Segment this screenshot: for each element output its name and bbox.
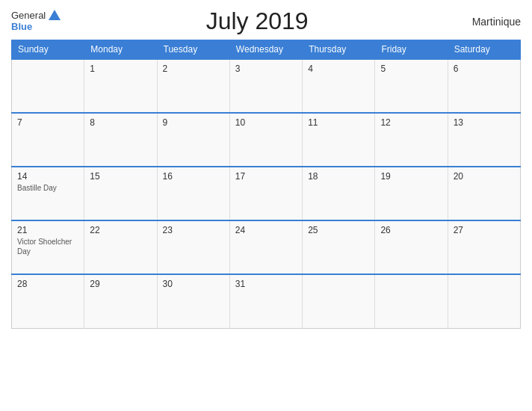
- calendar-cell: [448, 274, 520, 328]
- calendar-cell: 19: [375, 167, 448, 220]
- day-number: 23: [163, 225, 224, 235]
- calendar-cell: 16: [157, 167, 229, 220]
- calendar-cell: 23: [157, 220, 229, 274]
- day-number: 24: [235, 225, 297, 235]
- calendar-cell: 2: [157, 59, 229, 113]
- calendar-cell: 21Victor Shoelcher Day: [12, 220, 84, 274]
- day-number: 11: [308, 117, 369, 128]
- calendar-cell: 12: [375, 113, 448, 167]
- day-number: 19: [380, 171, 442, 182]
- logo-general: General: [11, 10, 46, 21]
- page-header: General Blue July 2019 Martinique: [11, 7, 521, 35]
- day-number: 15: [90, 171, 151, 182]
- day-number: 26: [380, 225, 442, 235]
- calendar-cell: 26: [375, 220, 448, 274]
- day-number: 20: [454, 171, 515, 182]
- calendar-cell: 8: [84, 113, 157, 167]
- triangle-icon: [49, 10, 61, 20]
- calendar-cell: 31: [229, 274, 302, 328]
- day-number: 6: [454, 64, 515, 74]
- calendar-cell: [12, 59, 84, 113]
- day-number: 27: [454, 225, 515, 235]
- calendar-cell: 14Bastille Day: [12, 167, 84, 220]
- calendar-cell: 24: [229, 220, 302, 274]
- weekday-header-sunday: Sunday: [12, 40, 84, 60]
- calendar-cell: 13: [448, 113, 520, 167]
- week-row-3: 14Bastille Day151617181920: [12, 167, 521, 220]
- weekday-header-row: SundayMondayTuesdayWednesdayThursdayFrid…: [12, 40, 521, 60]
- day-number: 12: [380, 117, 442, 128]
- day-number: 13: [454, 117, 515, 128]
- calendar-cell: [375, 274, 448, 328]
- day-number: 29: [90, 279, 151, 289]
- region-label: Martinique: [454, 16, 521, 28]
- day-number: 5: [380, 64, 442, 74]
- calendar-cell: 10: [229, 113, 302, 167]
- calendar-cell: 22: [84, 220, 157, 274]
- calendar-table: SundayMondayTuesdayWednesdayThursdayFrid…: [11, 40, 521, 329]
- calendar-cell: 30: [157, 274, 229, 328]
- weekday-header-wednesday: Wednesday: [229, 40, 302, 60]
- day-number: 31: [235, 279, 297, 289]
- day-number: 8: [90, 117, 151, 128]
- day-number: 7: [17, 117, 78, 128]
- week-row-2: 78910111213: [12, 113, 521, 167]
- calendar-cell: 11: [303, 113, 375, 167]
- calendar-cell: 25: [303, 220, 375, 274]
- logo-text-wrapper: General Blue: [11, 10, 61, 32]
- logo: General Blue: [11, 10, 61, 32]
- weekday-header-tuesday: Tuesday: [157, 40, 229, 60]
- calendar-cell: 17: [229, 167, 302, 220]
- day-number: 14: [17, 171, 78, 182]
- day-event: Victor Shoelcher Day: [17, 237, 78, 256]
- day-number: 16: [163, 171, 224, 182]
- calendar-cell: 15: [84, 167, 157, 220]
- calendar-cell: 5: [375, 59, 448, 113]
- day-number: 30: [163, 279, 224, 289]
- calendar-cell: 27: [448, 220, 520, 274]
- month-title: July 2019: [61, 7, 454, 35]
- day-number: 28: [17, 279, 78, 289]
- day-number: 22: [90, 225, 151, 235]
- calendar-cell: 29: [84, 274, 157, 328]
- week-row-5: 28293031: [12, 274, 521, 328]
- calendar-cell: [303, 274, 375, 328]
- calendar-cell: 7: [12, 113, 84, 167]
- day-number: 21: [17, 225, 78, 235]
- calendar-cell: 9: [157, 113, 229, 167]
- day-number: 3: [235, 64, 297, 74]
- day-number: 17: [235, 171, 297, 182]
- day-number: 25: [308, 225, 369, 235]
- week-row-1: 123456: [12, 59, 521, 113]
- day-number: 4: [308, 64, 369, 74]
- weekday-header-saturday: Saturday: [448, 40, 520, 60]
- weekday-header-thursday: Thursday: [303, 40, 375, 60]
- calendar-cell: 3: [229, 59, 302, 113]
- day-number: 1: [90, 64, 151, 74]
- calendar-cell: 20: [448, 167, 520, 220]
- calendar-cell: 28: [12, 274, 84, 328]
- calendar-cell: 18: [303, 167, 375, 220]
- weekday-header-friday: Friday: [375, 40, 448, 60]
- calendar-cell: 1: [84, 59, 157, 113]
- calendar-cell: 4: [303, 59, 375, 113]
- week-row-4: 21Victor Shoelcher Day222324252627: [12, 220, 521, 274]
- logo-blue: Blue: [11, 22, 61, 32]
- day-number: 2: [163, 64, 224, 74]
- calendar-cell: 6: [448, 59, 520, 113]
- day-event: Bastille Day: [17, 183, 78, 193]
- day-number: 9: [163, 117, 224, 128]
- day-number: 10: [235, 117, 297, 128]
- day-number: 18: [308, 171, 369, 182]
- weekday-header-monday: Monday: [84, 40, 157, 60]
